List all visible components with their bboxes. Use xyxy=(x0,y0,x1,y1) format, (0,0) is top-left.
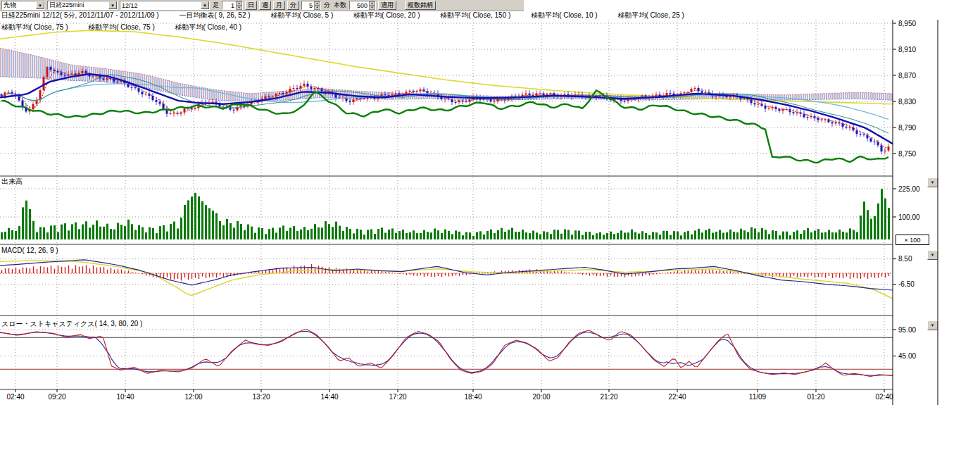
indicator-label-ma150: 移動平均( Close, 150 ) xyxy=(440,11,510,19)
volume-axis-label: 225.00 xyxy=(898,185,920,193)
minute-interval-stepper[interactable]: 5 ▲▼ xyxy=(301,1,321,10)
stochastics-pane-label: スロー・ストキャスティクス( 14, 3, 80, 20 ) xyxy=(1,319,142,329)
time-axis-label: 13:20 xyxy=(252,393,270,401)
time-axis-label: 18:40 xyxy=(464,393,482,401)
spin-down-icon[interactable]: ▼ xyxy=(314,6,320,10)
indicator-label-ichimoku: 一目均衡表( 9, 26, 52 ) xyxy=(179,11,250,19)
chart-application-window: 先物 ▼ 日経225mini ▼ 12/12 ▼ 足 1 ▲▼ 日 週 月 分 … xyxy=(0,0,980,462)
volume-multiplier-box: × 100 xyxy=(896,235,929,245)
indicator-label-ma25: 移動平均( Close, 25 ) xyxy=(617,11,684,19)
indicator-legend-row-1: 日経225mini 12/12( 5分, 2012/11/07 - 2012/1… xyxy=(1,11,703,20)
bar-count-stepper[interactable]: 1 ▲▼ xyxy=(222,1,243,10)
chevron-down-icon[interactable]: ▼ xyxy=(36,1,44,9)
minute-unit-label: 分 xyxy=(323,1,331,10)
indicator-label-ma40: 移動平均( Close, 40 ) xyxy=(175,23,241,31)
macd-axis-label: -6.50 xyxy=(898,280,915,288)
indicator-label-ma5: 移動平均( Close, 5 ) xyxy=(270,11,333,19)
instrument-type-value: 先物 xyxy=(2,1,36,10)
multi-symbol-button[interactable]: 複数銘柄 xyxy=(405,1,436,10)
stoch-axis-label: 45.00 xyxy=(898,352,916,360)
toolbar: 先物 ▼ 日経225mini ▼ 12/12 ▼ 足 1 ▲▼ 日 週 月 分 … xyxy=(0,0,524,11)
indicator-label-ma10: 移動平均( Close, 10 ) xyxy=(531,11,597,19)
period-month-button[interactable]: 月 xyxy=(273,1,285,10)
time-axis-label: 20:00 xyxy=(532,393,550,401)
time-axis-label: 10:40 xyxy=(116,393,134,401)
spin-down-icon[interactable]: ▼ xyxy=(369,6,375,10)
time-axis-label: 21:20 xyxy=(600,393,617,401)
time-axis-label: 01:20 xyxy=(807,393,824,401)
chevron-down-icon[interactable]: ▼ xyxy=(108,1,117,9)
macd-pane-label: MACD( 12, 26, 9 ) xyxy=(1,246,58,254)
indicator-legend-row-2: 移動平均( Close, 75 ) 移動平均( Close, 75 ) 移動平均… xyxy=(1,23,260,32)
minute-interval-value: 5 xyxy=(302,2,314,9)
price-axis-label: 8,830 xyxy=(898,98,916,106)
bar-number-label: 本数 xyxy=(333,1,347,10)
price-axis-label: 8,950 xyxy=(898,20,916,27)
macd-pane-collapse-button[interactable]: ▼ xyxy=(927,250,938,260)
time-axis-label: 11/09 xyxy=(749,393,767,401)
spin-down-icon[interactable]: ▼ xyxy=(236,6,242,10)
volume-pane-collapse-button[interactable]: ▼ xyxy=(927,177,938,187)
time-axis-label: 02:40 xyxy=(6,393,24,401)
chart-title: 日経225mini 12/12( 5分, 2012/11/07 - 2012/1… xyxy=(1,11,159,19)
symbol-select[interactable]: 日経225mini ▼ xyxy=(47,1,118,10)
chevron-down-icon[interactable]: ▼ xyxy=(201,1,209,9)
time-axis-label: 17:20 xyxy=(389,393,406,401)
bar-number-value: 500 xyxy=(350,2,369,9)
time-axis-label: 02:40 xyxy=(875,393,893,401)
period-day-button[interactable]: 日 xyxy=(245,1,257,10)
bar-type-label: 足 xyxy=(212,1,220,10)
apply-button[interactable]: 適用 xyxy=(378,1,396,10)
period-minute-button[interactable]: 分 xyxy=(287,1,299,10)
period-week-button[interactable]: 週 xyxy=(259,1,271,10)
price-axis-label: 8,790 xyxy=(898,124,916,132)
macd-axis-label: 8.50 xyxy=(898,255,912,263)
price-axis-label: 8,910 xyxy=(898,46,916,54)
contract-month-value: 12/12 xyxy=(120,2,201,9)
instrument-type-select[interactable]: 先物 ▼ xyxy=(1,1,45,10)
volume-pane-label: 出来高 xyxy=(1,177,23,187)
time-axis-label: 12:00 xyxy=(184,393,202,401)
symbol-value: 日経225mini xyxy=(48,1,108,10)
bar-count-value: 1 xyxy=(222,2,236,9)
contract-month-select[interactable]: 12/12 ▼ xyxy=(120,1,210,10)
indicator-label-ma75a: 移動平均( Close, 75 ) xyxy=(1,23,68,31)
time-axis-label: 14:40 xyxy=(320,393,338,401)
volume-axis-label: 100.00 xyxy=(898,213,920,221)
time-axis-label: 22:40 xyxy=(668,393,686,401)
time-axis-label: 09:20 xyxy=(48,393,65,401)
stoch-axis-label: 95.00 xyxy=(898,326,916,334)
price-axis-label: 8,870 xyxy=(898,72,916,80)
indicator-label-ma75b: 移動平均( Close, 75 ) xyxy=(88,23,154,31)
bar-number-stepper[interactable]: 500 ▲▼ xyxy=(349,1,376,10)
chart-canvas: 8,9508,9108,8708,8308,7908,750225.00100.… xyxy=(0,0,980,462)
price-axis-label: 8,750 xyxy=(898,150,916,158)
stochastics-pane-collapse-button[interactable]: ▼ xyxy=(927,320,938,330)
indicator-label-ma20: 移動平均( Close, 20 ) xyxy=(353,11,420,19)
